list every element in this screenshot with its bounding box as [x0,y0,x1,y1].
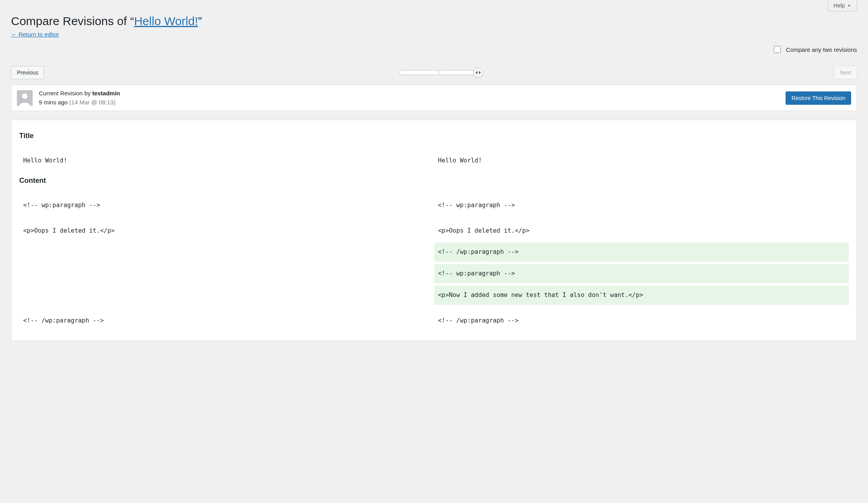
revision-slider[interactable] [400,70,478,75]
diff-right-cell: <p>Now I added some new test that I also… [434,286,849,305]
restore-revision-button[interactable]: Restore This Revision [786,91,851,105]
diff-left-cell: Hello World! [19,151,434,170]
diff-right-cell: Hello World! [434,151,849,170]
diff-section-heading: Content [19,177,849,185]
diff-table: Hello World!Hello World! [19,149,849,173]
revision-timestamp: 9 mins ago (14 Mar @ 08:13) [39,98,779,107]
page-title: Compare Revisions of “Hello World!” [11,13,857,29]
drag-handle-icon [475,71,481,75]
diff-right-cell: <!-- /wp:paragraph --> [434,311,849,330]
diff-left-cell [19,264,434,283]
svg-point-3 [22,93,27,99]
diff-left-cell: <!-- wp:paragraph --> [19,196,434,215]
diff-spacer [19,307,849,309]
page-title-suffix: ” [198,15,202,27]
avatar [17,90,33,106]
help-tab-label: Help [833,2,845,9]
diff-right-cell: <!-- /wp:paragraph --> [434,242,849,262]
diff-right-cell: <!-- wp:paragraph --> [434,264,849,283]
compare-any-label[interactable]: Compare any two revisions [786,46,857,53]
diff-table: <!-- wp:paragraph --><!-- wp:paragraph -… [19,193,849,333]
revision-absolute-time: (14 Mar @ 08:13) [69,99,116,106]
chevron-down-icon: ▼ [847,4,851,8]
diff-right-cell: <!-- wp:paragraph --> [434,196,849,215]
user-icon [17,90,33,106]
diff-left-cell: <p>Oops I deleted it.</p> [19,221,434,241]
compare-any-checkbox[interactable] [774,46,781,53]
diff-spacer [19,217,849,219]
help-tab[interactable]: Help ▼ [828,0,857,11]
return-to-editor-link[interactable]: ← Return to editor [11,31,59,38]
revision-author: testadmin [92,90,120,97]
diff-panel: TitleHello World!Hello World!Content<!--… [11,120,857,341]
svg-marker-0 [475,71,477,74]
next-button: Next [834,66,857,79]
slider-handle[interactable] [473,67,483,78]
revision-toolbar: Previous Next [11,66,857,79]
slider-tick [439,70,439,75]
byline-prefix: Current Revision by [39,90,92,97]
page-title-prefix: Compare Revisions of “ [11,15,134,27]
svg-marker-1 [479,71,481,74]
revision-meta: Current Revision by testadmin 9 mins ago… [11,85,857,111]
diff-left-cell [19,286,434,305]
diff-left-cell: <!-- /wp:paragraph --> [19,311,434,330]
diff-left-cell [19,242,434,262]
previous-button[interactable]: Previous [11,66,44,79]
diff-section-heading: Title [19,132,849,140]
diff-right-cell: <p>Oops I deleted it.</p> [434,221,849,241]
revision-byline: Current Revision by testadmin [39,89,779,98]
revision-relative-time: 9 mins ago [39,99,68,106]
post-title-link[interactable]: Hello World! [134,15,198,27]
